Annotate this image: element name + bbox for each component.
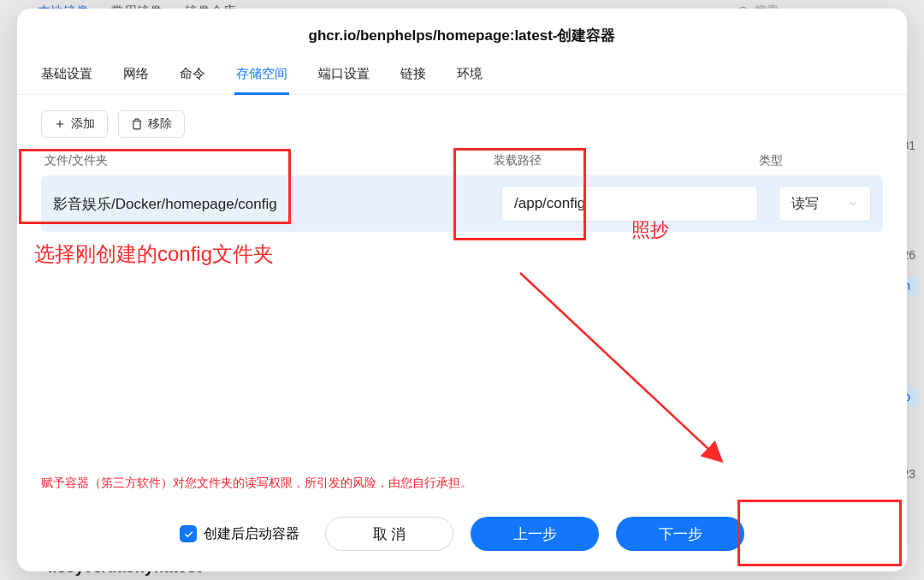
remove-button[interactable]: 移除	[118, 110, 185, 138]
tab-port[interactable]: 端口设置	[318, 61, 370, 94]
check-icon	[183, 529, 194, 540]
checkbox-checked[interactable]	[180, 525, 197, 542]
mount-cell	[501, 186, 758, 222]
prev-button[interactable]: 上一步	[471, 517, 599, 551]
remove-button-label: 移除	[148, 116, 172, 132]
create-container-modal: ghcr.io/benphelps/homepage:latest-创建容器 基…	[17, 9, 907, 571]
trash-icon	[131, 118, 143, 130]
tab-basic[interactable]: 基础设置	[41, 61, 92, 94]
footer-actions: 创建后启动容器 取 消 上一步 下一步	[41, 517, 883, 551]
annotation-text-select: 选择刚创建的config文件夹	[34, 240, 274, 268]
table-header: 文件/文件夹 装载路径 类型	[41, 153, 883, 175]
col-mount-header: 装载路径	[494, 153, 759, 169]
add-button-label: 添加	[71, 116, 95, 132]
tab-link[interactable]: 链接	[400, 61, 426, 94]
type-select-value: 读写	[791, 195, 819, 213]
warning-text: 赋予容器（第三方软件）对您文件夹的读写权限，所引发的风险，由您自行承担。	[41, 476, 883, 491]
next-button[interactable]: 下一步	[616, 517, 744, 551]
toolbar: 添加 移除	[41, 110, 883, 138]
col-type-header: 类型	[759, 153, 880, 169]
tab-env[interactable]: 环境	[457, 61, 483, 94]
col-path-header: 文件/文件夹	[44, 153, 494, 169]
content-area: 添加 移除 文件/文件夹 装载路径 类型 影音娱乐/Docker/homepag…	[17, 95, 907, 462]
annotation-arrow	[513, 266, 736, 471]
modal-title: ghcr.io/benphelps/homepage:latest-创建容器	[17, 9, 907, 61]
svg-line-1	[520, 273, 719, 459]
plus-icon	[54, 118, 66, 130]
path-cell[interactable]: 影音娱乐/Docker/homepage/config	[53, 194, 489, 214]
tab-bar: 基础设置 网络 命令 存储空间 端口设置 链接 环境	[17, 61, 907, 95]
table-row[interactable]: 影音娱乐/Docker/homepage/config 读写	[41, 175, 883, 232]
cancel-button[interactable]: 取 消	[325, 517, 453, 551]
tab-command[interactable]: 命令	[180, 61, 205, 94]
mount-path-input[interactable]	[501, 186, 758, 222]
add-button[interactable]: 添加	[41, 110, 108, 138]
chevron-down-icon	[848, 198, 858, 209]
start-after-create-label: 创建后启动容器	[204, 525, 299, 543]
tab-network[interactable]: 网络	[123, 61, 149, 94]
tab-storage[interactable]: 存储空间	[236, 61, 287, 94]
type-select[interactable]: 读写	[779, 186, 871, 222]
start-after-create-option[interactable]: 创建后启动容器	[180, 525, 299, 543]
modal-footer: 赋予容器（第三方软件）对您文件夹的读写权限，所引发的风险，由您自行承担。 创建后…	[17, 462, 907, 571]
